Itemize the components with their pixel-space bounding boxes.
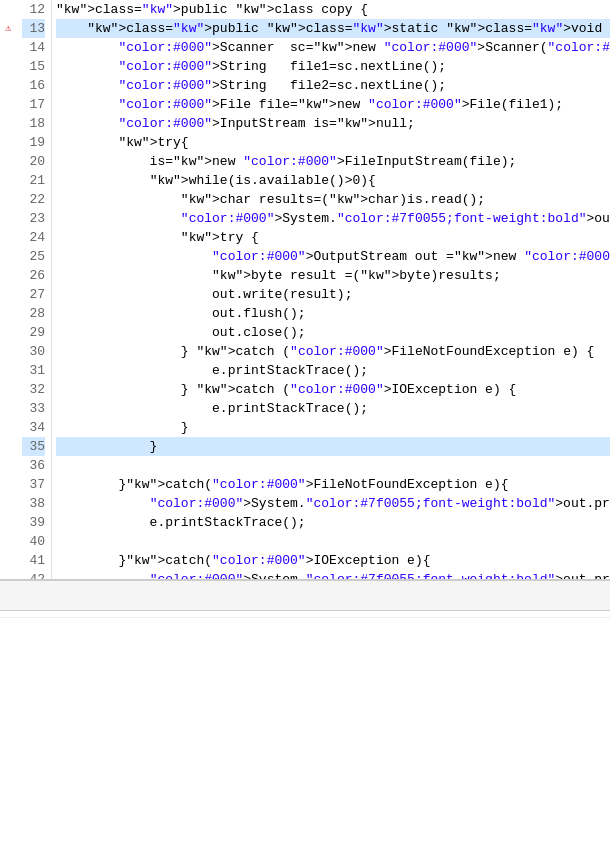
line-number: 33: [22, 399, 45, 418]
line-number: 20: [22, 152, 45, 171]
gutter-cell: [0, 38, 16, 57]
code-line: "color:#000">OutputStream out ="kw">new …: [56, 247, 610, 266]
line-number: 31: [22, 361, 45, 380]
gutter-cell: [0, 152, 16, 171]
gutter-cell: [0, 209, 16, 228]
code-line: "color:#000">InputStream is="kw">null;: [56, 114, 610, 133]
code-line: }"kw">catch("color:#000">IOException e){: [56, 551, 610, 570]
code-line: "color:#000">System."color:#7f0055;font-…: [56, 570, 610, 579]
gutter-cell: [0, 361, 16, 380]
code-line: [56, 532, 610, 551]
gutter-cell: [0, 114, 16, 133]
tabs-bar: [0, 581, 610, 611]
line-number: 32: [22, 380, 45, 399]
code-line: out.write(result);: [56, 285, 610, 304]
line-number: 28: [22, 304, 45, 323]
line-number: 21: [22, 171, 45, 190]
gutter-cell: [0, 399, 16, 418]
gutter-cell: [0, 57, 16, 76]
gutter-cell: ⚠: [0, 19, 16, 38]
gutter-cell: [0, 171, 16, 190]
gutter-cell: [0, 190, 16, 209]
code-editor: ⚠ 12131415161718192021222324252627282930…: [0, 0, 610, 580]
code-line: "kw">byte result =("kw">byte)results;: [56, 266, 610, 285]
gutter-cell: [0, 285, 16, 304]
line-numbers: 1213141516171819202122232425262728293031…: [16, 0, 52, 579]
line-number: 17: [22, 95, 45, 114]
code-line: "kw">class="kw">public "kw">class copy {: [56, 0, 610, 19]
gutter-cell: [0, 437, 16, 456]
line-number: 23: [22, 209, 45, 228]
code-line: "kw">class="kw">public "kw">class="kw">s…: [56, 19, 610, 38]
gutter-cell: [0, 342, 16, 361]
line-number: 13: [22, 19, 45, 38]
line-number: 34: [22, 418, 45, 437]
code-line: "color:#000">System."color:#7f0055;font-…: [56, 209, 610, 228]
code-line: "kw">try {: [56, 228, 610, 247]
code-line: out.flush();: [56, 304, 610, 323]
line-number: 30: [22, 342, 45, 361]
gutter-cell: [0, 133, 16, 152]
gutter-cell: [0, 513, 16, 532]
line-number: 15: [22, 57, 45, 76]
line-number: 39: [22, 513, 45, 532]
code-line: "kw">char results=("kw">char)is.read();: [56, 190, 610, 209]
line-number: 22: [22, 190, 45, 209]
horizontal-scrollbar[interactable]: [0, 579, 610, 580]
bottom-panel: [0, 580, 610, 626]
line-number: 36: [22, 456, 45, 475]
line-number: 25: [22, 247, 45, 266]
line-number: 29: [22, 323, 45, 342]
code-content[interactable]: "kw">class="kw">public "kw">class copy {…: [52, 0, 610, 579]
code-line: e.printStackTrace();: [56, 399, 610, 418]
line-number: 37: [22, 475, 45, 494]
gutter-cell: [0, 76, 16, 95]
code-line: "color:#000">File file="kw">new "color:#…: [56, 95, 610, 114]
console-header: [0, 611, 610, 618]
code-line: }: [56, 437, 610, 456]
code-line: "kw">try{: [56, 133, 610, 152]
console-output[interactable]: [0, 618, 610, 626]
line-number: 26: [22, 266, 45, 285]
line-number: 35: [22, 437, 45, 456]
gutter-cell: [0, 456, 16, 475]
gutter-cell: [0, 323, 16, 342]
line-number: 24: [22, 228, 45, 247]
editor-gutter: ⚠: [0, 0, 16, 579]
line-number: 42: [22, 570, 45, 579]
gutter-cell: [0, 228, 16, 247]
gutter-cell: [0, 247, 16, 266]
line-number: 38: [22, 494, 45, 513]
code-line: "color:#000">Scanner sc="kw">new "color:…: [56, 38, 610, 57]
line-number: 41: [22, 551, 45, 570]
code-line: [56, 456, 610, 475]
gutter-cell: [0, 266, 16, 285]
gutter-cell: [0, 418, 16, 437]
code-line: }"kw">catch("color:#000">FileNotFoundExc…: [56, 475, 610, 494]
line-number: 19: [22, 133, 45, 152]
code-line: is="kw">new "color:#000">FileInputStream…: [56, 152, 610, 171]
code-line: e.printStackTrace();: [56, 513, 610, 532]
code-line: e.printStackTrace();: [56, 361, 610, 380]
gutter-cell: [0, 0, 16, 19]
code-line: } "kw">catch ("color:#000">FileNotFoundE…: [56, 342, 610, 361]
code-line: "color:#000">String file1=sc.nextLine();: [56, 57, 610, 76]
line-number: 18: [22, 114, 45, 133]
gutter-cell: [0, 570, 16, 579]
line-number: 40: [22, 532, 45, 551]
code-line: out.close();: [56, 323, 610, 342]
code-line: } "kw">catch ("color:#000">IOException e…: [56, 380, 610, 399]
gutter-cell: [0, 475, 16, 494]
code-line: "color:#000">System."color:#7f0055;font-…: [56, 494, 610, 513]
code-line: "color:#000">String file2=sc.nextLine();: [56, 76, 610, 95]
gutter-cell: [0, 304, 16, 323]
gutter-cell: [0, 380, 16, 399]
gutter-cell: [0, 532, 16, 551]
gutter-cell: [0, 95, 16, 114]
gutter-cell: [0, 551, 16, 570]
code-line: }: [56, 418, 610, 437]
code-line: "kw">while(is.available()>0){: [56, 171, 610, 190]
line-number: 14: [22, 38, 45, 57]
line-number: 16: [22, 76, 45, 95]
line-number: 12: [22, 0, 45, 19]
